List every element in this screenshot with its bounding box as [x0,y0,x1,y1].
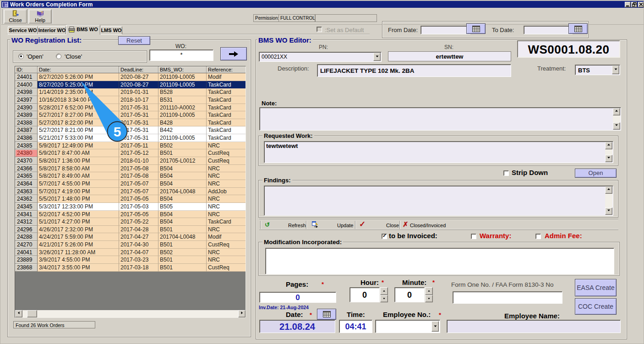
time-input[interactable]: 04:41 [339,320,372,333]
cell-reference[interactable]: NRC [207,195,246,203]
cell-date[interactable]: 8/27/2020 5:26:00 PM [38,73,119,81]
cell-date[interactable]: 4/26/2017 2:32:00 PM [38,226,119,234]
cell-reference[interactable]: CustReq [207,149,246,157]
cell-deadline[interactable]: 2017-05-05 [119,195,158,203]
cell-bmswo[interactable]: 201705-L0012 [158,157,207,165]
cell-bmswo[interactable]: B501 [158,226,207,234]
cell-id[interactable]: 24390 [15,104,38,112]
table-row[interactable]: 24341 5/2/2017 4:52:00 PM 2017-05-05 B50… [15,211,246,218]
table-row[interactable]: 24364 5/7/2017 4:55:00 PM 2017-05-07 B50… [15,180,246,188]
cell-deadline[interactable]: 2017-05-07 [119,180,158,188]
cell-reference[interactable]: CustReq [207,264,246,272]
cell-deadline[interactable]: 2017-05-31 [119,134,158,142]
scroll-up-button[interactable] [613,108,620,115]
cell-id[interactable]: 24385 [15,142,38,150]
cell-bmswo[interactable]: B504 [158,195,207,203]
col-header-date[interactable]: Date: [38,66,119,73]
cell-bmswo[interactable]: B501 [158,264,207,272]
form-one-input[interactable] [453,291,562,304]
cell-bmswo[interactable]: 201704-L0048 [158,233,207,241]
easa-create-button[interactable]: EASA Create [575,279,617,296]
cell-id[interactable]: 24362 [15,195,38,203]
cell-bmswo[interactable]: B442 [158,126,207,134]
cell-id[interactable]: 24387 [15,126,38,134]
cell-id[interactable]: 24270 [15,241,38,249]
cell-date[interactable]: 4/24/2017 5:59:00 PM [38,233,119,241]
table-row[interactable]: 24370 5/8/2017 1:36:00 PM 2018-01-10 201… [15,157,246,165]
table-row[interactable]: 24390 5/28/2017 6:52:00 PM 2017-05-31 20… [15,104,246,112]
cell-id[interactable]: 24341 [15,211,38,218]
cell-deadline[interactable]: 2017-05-08 [119,172,158,180]
cell-deadline[interactable]: 2018-10-17 [119,96,158,104]
tab-service-wo[interactable]: Service WO [8,26,38,34]
cell-deadline[interactable]: 2017-05-07 [119,188,158,196]
cell-date[interactable]: 10/16/2018 3:34:00 PM [38,96,119,104]
findings-textarea[interactable] [264,186,613,216]
cell-deadline[interactable]: 2017-05-12 [119,149,158,157]
cell-date[interactable]: 5/8/2017 1:36:00 PM [38,157,119,165]
cell-id[interactable]: 24365 [15,172,38,180]
closed-invoiced-x-icon[interactable]: ✗ [403,220,409,229]
cell-deadline[interactable]: 2017-05-31 [119,119,158,127]
cell-date[interactable]: 5/3/2017 12:33:00 PM [38,203,119,211]
cell-date[interactable]: 5/7/2017 4:19:00 PM [38,188,119,196]
table-row[interactable]: 24365 5/8/2017 8:49:00 AM 2017-05-08 B50… [15,172,246,180]
cell-date[interactable]: 5/9/2017 12:49:00 PM [38,142,119,150]
hour-up-button[interactable] [380,287,388,295]
cell-id[interactable]: 23889 [15,256,38,264]
cell-date[interactable]: 5/28/2017 6:52:00 PM [38,104,119,112]
cell-reference[interactable]: NRC [207,256,246,264]
cell-date[interactable]: 5/9/2017 8:47:00 AM [38,149,119,157]
cell-date[interactable]: 5/7/2017 4:55:00 PM [38,180,119,188]
table-row[interactable]: 24041 3/26/2017 11:28:00 AM 2017-04-07 B… [15,249,246,257]
cell-deadline[interactable]: 2017-04-30 [119,241,158,249]
cell-id[interactable]: 24312 [15,218,38,226]
cell-bmswo[interactable]: B528 [158,88,207,96]
table-row[interactable]: 24386 5/21/2017 5:33:00 PM 2017-05-31 20… [15,134,246,142]
cell-reference[interactable]: TaskCard [207,88,246,96]
cell-bmswo[interactable]: B504 [158,165,207,173]
cell-id[interactable]: 24288 [15,233,38,241]
minute-down-button[interactable] [425,295,433,303]
cell-bmswo[interactable]: B501 [158,241,207,249]
table-row[interactable]: 23889 3/9/2017 4:55:00 PM 2017-03-23 B50… [15,256,246,264]
cell-reference[interactable]: NRC [207,172,246,180]
scroll-down-button[interactable] [613,122,620,130]
refresh-icon[interactable]: ↻ [265,221,270,228]
cell-deadline[interactable]: 2017-05-31 [119,126,158,134]
table-row[interactable]: 24400 8/27/2020 5:25:00 PM 2020-08-27 20… [15,81,246,89]
to-date-input[interactable] [524,26,573,34]
cell-date[interactable]: 4/21/2017 5:26:00 PM [38,241,119,249]
cell-reference[interactable]: CustReq [207,157,246,165]
tab-bms-wo[interactable]: BMS WO [66,25,100,35]
cell-bmswo[interactable]: B502 [158,249,207,257]
cell-bmswo[interactable]: B504 [158,180,207,188]
cell-bmswo[interactable]: B504 [158,172,207,180]
coc-create-button[interactable]: COC Create [575,298,617,315]
cell-reference[interactable]: TaskCard [207,111,246,119]
strip-down-checkbox[interactable] [503,170,509,176]
scroll-up-button[interactable] [605,142,612,149]
cell-bmswo[interactable]: 201110-A0002 [158,104,207,112]
table-row[interactable]: 24388 5/27/2017 8:22:00 PM 2017-05-31 B4… [15,119,246,127]
cell-id[interactable]: 24398 [15,88,38,96]
cell-bmswo[interactable]: B504 [158,218,207,226]
cell-id[interactable]: 24345 [15,203,38,211]
table-row[interactable]: 23868 3/4/2017 3:55:00 PM 2017-03-18 B50… [15,264,246,272]
cell-reference[interactable]: TaskCard [207,126,246,134]
cell-date[interactable]: 1/14/2019 2:35:00 PM [38,88,119,96]
minute-up-button[interactable] [425,287,433,295]
cell-id[interactable]: 24363 [15,188,38,196]
cell-reference[interactable]: TaskCard [207,218,246,226]
cell-reference[interactable]: NRC [207,249,246,257]
admin-fee-checkbox[interactable] [535,234,541,239]
update-button[interactable]: Update [337,223,353,228]
cell-deadline[interactable]: 2017-05-22 [119,218,158,226]
cell-bmswo[interactable]: B502 [158,142,207,150]
cell-id[interactable]: 24296 [15,226,38,234]
cell-date[interactable]: 5/27/2017 8:22:00 PM [38,119,119,127]
cell-bmswo[interactable]: B428 [158,119,207,127]
cell-id[interactable]: 24401 [15,73,38,81]
table-row[interactable]: 24389 5/27/2017 8:27:00 PM 2017-05-31 20… [15,111,246,119]
table-row[interactable]: 24363 5/7/2017 4:19:00 PM 2017-05-07 201… [15,188,246,196]
